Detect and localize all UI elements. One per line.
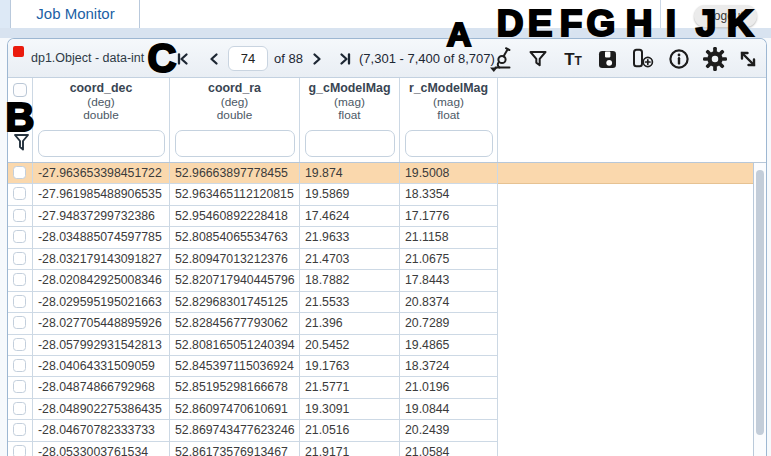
table-cell: 21.396 xyxy=(300,313,400,334)
row-checkbox[interactable] xyxy=(13,166,26,179)
table-cell: 21.1158 xyxy=(400,227,498,248)
save-icon xyxy=(597,49,618,70)
row-checkbox[interactable] xyxy=(13,316,26,329)
table-cell: 19.4865 xyxy=(400,335,498,356)
table-cell: 21.4703 xyxy=(300,249,400,270)
text-view-button[interactable]: TT xyxy=(559,46,587,72)
table-cell: 52.845397115036924 xyxy=(170,356,300,377)
row-checkbox-cell xyxy=(8,377,33,398)
clear-filter-button[interactable] xyxy=(13,133,30,156)
column-type: double xyxy=(170,109,299,123)
row-checkbox-cell xyxy=(8,356,33,377)
row-checkbox[interactable] xyxy=(13,230,26,243)
save-button[interactable] xyxy=(593,46,621,72)
filter-input-r_cModelMag[interactable] xyxy=(405,130,493,157)
scrollbar-thumb[interactable] xyxy=(756,170,764,435)
table-cell: -28.032179143091827 xyxy=(33,249,170,270)
table-row[interactable]: -28.0467078233373352.86974347762324621.0… xyxy=(8,420,753,441)
table-row[interactable]: -28.04890227538643552.8609747061069119.3… xyxy=(8,399,753,420)
row-filler xyxy=(498,249,753,270)
table-row[interactable]: -28.02084292500834652.82071794044579618.… xyxy=(8,270,753,291)
analyze-microscope-button[interactable] xyxy=(487,46,515,72)
info-button[interactable] xyxy=(665,46,693,72)
table-cell: 52.869743477623246 xyxy=(170,420,300,441)
table-cell: 21.0516 xyxy=(300,420,400,441)
table-header: coord_dec(deg)doublecoord_ra(deg)doubleg… xyxy=(8,78,766,163)
table-cell: 18.3724 xyxy=(400,356,498,377)
table-row[interactable]: -28.0406433150905952.84539711503692419.1… xyxy=(8,356,753,377)
table-cell: -28.027705448895926 xyxy=(33,313,170,334)
table-row[interactable]: -27.96198548890653552.96346511212081519.… xyxy=(8,184,753,205)
column-header-coord_ra[interactable]: coord_ra(deg)double xyxy=(170,78,300,162)
column-type: double xyxy=(33,109,169,123)
row-checkbox-cell xyxy=(8,292,33,313)
table-cell: -28.04874866792968 xyxy=(33,377,170,398)
table-row[interactable]: -28.053300376153452.8617357691346721.917… xyxy=(8,442,753,456)
table-row[interactable]: -27.9483729973238652.9546089222841817.46… xyxy=(8,206,753,227)
row-checkbox[interactable] xyxy=(13,380,26,393)
table-row[interactable]: -28.0487486679296852.8519529816667821.57… xyxy=(8,377,753,398)
column-unit: (mag) xyxy=(400,96,497,110)
table-cell: 52.820717940445796 xyxy=(170,270,300,291)
filter-input-coord_ra[interactable] xyxy=(175,130,295,157)
table-cell: -27.94837299732386 xyxy=(33,206,170,227)
table-cell: 19.874 xyxy=(300,163,400,184)
table-row[interactable]: -28.03217914309182752.8094701321237621.4… xyxy=(8,249,753,270)
table-cell: 17.1776 xyxy=(400,206,498,227)
row-checkbox[interactable] xyxy=(13,187,26,200)
row-checkbox[interactable] xyxy=(13,252,26,265)
filter-button[interactable] xyxy=(524,46,552,72)
tab-job-monitor[interactable]: Job Monitor xyxy=(12,0,140,28)
next-page-button[interactable] xyxy=(311,39,323,78)
info-icon xyxy=(668,48,690,70)
table-row[interactable]: -28.05799293154281352.80816505124039420.… xyxy=(8,335,753,356)
table-cell: 18.7882 xyxy=(300,270,400,291)
row-checkbox[interactable] xyxy=(13,423,26,436)
table-row[interactable]: -28.02770544889592652.8284567779306221.3… xyxy=(8,313,753,334)
row-checkbox[interactable] xyxy=(13,295,26,308)
row-checkbox-cell xyxy=(8,313,33,334)
last-page-button[interactable] xyxy=(338,39,352,78)
row-checkbox[interactable] xyxy=(13,338,26,351)
row-checkbox[interactable] xyxy=(13,273,26,286)
row-filler xyxy=(498,420,753,441)
first-page-button[interactable] xyxy=(176,39,190,78)
table-cell: 21.0675 xyxy=(400,249,498,270)
row-checkbox-cell xyxy=(8,227,33,248)
column-unit: (deg) xyxy=(170,96,299,110)
prev-page-button[interactable] xyxy=(208,39,220,78)
table-cell: 18.3354 xyxy=(400,184,498,205)
analyze-microscope-icon xyxy=(488,46,514,72)
table-cell: 21.0584 xyxy=(400,442,498,456)
table-cell: 19.3091 xyxy=(300,399,400,420)
table-cell: -28.0533003761534 xyxy=(33,442,170,456)
row-checkbox[interactable] xyxy=(13,445,26,456)
table-cell: 20.8374 xyxy=(400,292,498,313)
settings-button[interactable] xyxy=(701,46,729,72)
table-cell: 21.5771 xyxy=(300,377,400,398)
row-checkbox[interactable] xyxy=(13,402,26,415)
logout-button[interactable]: Logout xyxy=(694,5,757,27)
column-header-g_cModelMag[interactable]: g_cModelMag(mag)float xyxy=(300,78,400,162)
row-filler xyxy=(498,313,753,334)
add-column-button[interactable] xyxy=(629,46,657,72)
row-checkbox[interactable] xyxy=(13,359,26,372)
filter-input-coord_dec[interactable] xyxy=(38,130,165,157)
table-row[interactable]: -27.96365339845172252.9666389777845519.8… xyxy=(8,163,753,184)
page-number-input[interactable] xyxy=(228,46,268,71)
row-checkbox[interactable] xyxy=(13,209,26,222)
table-row[interactable]: -28.03488507459778552.8085406553476321.9… xyxy=(8,227,753,248)
filter-input-g_cModelMag[interactable] xyxy=(305,130,395,157)
column-header-r_cModelMag[interactable]: r_cModelMag(mag)float xyxy=(400,78,498,162)
vertical-scrollbar[interactable] xyxy=(753,163,766,456)
table-cell: 17.4624 xyxy=(300,206,400,227)
last-page-icon xyxy=(338,52,352,66)
column-unit: (mag) xyxy=(300,96,399,110)
expand-button[interactable] xyxy=(734,46,762,72)
row-filler xyxy=(498,270,753,291)
row-filler xyxy=(498,356,753,377)
table-row[interactable]: -28.02959519502166352.8296830174512521.5… xyxy=(8,292,753,313)
column-header-coord_dec[interactable]: coord_dec(deg)double xyxy=(33,78,170,162)
table-cell: 52.86097470610691 xyxy=(170,399,300,420)
select-all-checkbox[interactable] xyxy=(13,83,27,97)
